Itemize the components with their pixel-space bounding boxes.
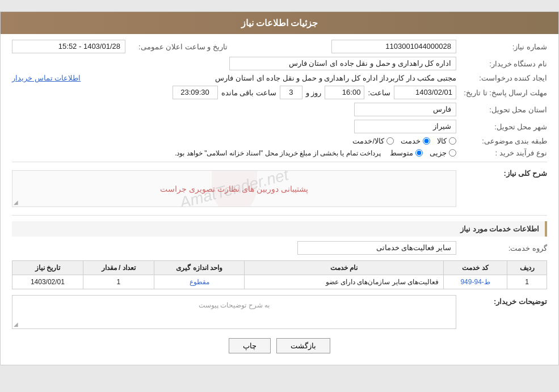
- city-value: شیراز: [354, 120, 456, 133]
- radio-kala-label: کالا: [437, 137, 447, 145]
- need-number-label: شماره نیاز:: [456, 43, 547, 51]
- deadline-days-label: روز و: [306, 88, 322, 97]
- col-service-code: کد خدمت: [443, 261, 507, 275]
- category-row: طبقه بندی موضوعی: کالا خدمت کالا/خدمت: [12, 137, 547, 145]
- deadline-row: مهلت ارسال پاسخ: تا تاریخ: 1403/02/01 سا…: [12, 86, 547, 99]
- category-radio-group: کالا خدمت کالا/خدمت: [352, 137, 456, 145]
- col-quantity: تعداد / مقدار: [83, 261, 154, 275]
- city-label: شهر محل تحویل:: [456, 123, 547, 131]
- purchase-type-radio-group: جزیی متوسط: [390, 149, 456, 157]
- radio-kala-input[interactable]: [449, 137, 456, 145]
- category-label: طبقه بندی موضوعی:: [456, 137, 547, 145]
- creator-label: ایجاد کننده درخواست:: [456, 74, 547, 82]
- province-row: استان محل تحویل: فارس: [12, 103, 547, 116]
- description-placeholder: پشتیبانی دوربین های نظارت تصویری جراست: [160, 184, 308, 193]
- radio-kala-khadamat-input[interactable]: [386, 137, 394, 145]
- buttons-row: بازگشت چاپ: [12, 338, 547, 353]
- description-box: AmatTender.net پشتیبانی دوربین های نظارت…: [12, 170, 456, 207]
- back-button[interactable]: بازگشت: [276, 338, 330, 353]
- org-value: اداره کل راهداری و حمل و نقل جاده ای است…: [229, 57, 456, 70]
- need-number-row: شماره نیاز: 1103001044000028 تاریخ و ساع…: [12, 40, 547, 53]
- services-table-section: ردیف کد خدمت نام خدمت واحد اندازه گیری ت…: [12, 260, 547, 289]
- description-container: AmatTender.net پشتیبانی دوربین های نظارت…: [12, 167, 456, 210]
- service-group-label: گروه خدمت:: [456, 244, 547, 252]
- radio-mottaset: متوسط: [390, 149, 423, 157]
- cell-row-num: 1: [507, 275, 547, 289]
- service-group-row: گروه خدمت: سایر فعالیت‌های خدماتی: [12, 241, 547, 255]
- table-row: 1 ط-94-949 فعالیت‌های سایر سازمان‌های دا…: [12, 275, 547, 289]
- radio-mottaset-input[interactable]: [415, 149, 423, 157]
- deadline-time: 16:00: [325, 86, 364, 99]
- services-section-title: اطلاعات خدمات مورد نیاز: [12, 221, 547, 237]
- deadline-days: 3: [280, 86, 302, 99]
- org-label: نام دستگاه خریدار:: [456, 60, 547, 68]
- divider-1: [12, 162, 547, 162]
- province-label: استان محل تحویل:: [456, 106, 547, 114]
- radio-kala-khadamat: کالا/خدمت: [352, 137, 394, 145]
- radio-jozyi: جزیی: [430, 149, 456, 157]
- page-wrapper: جزئیات اطلاعات نیاز شماره نیاز: 11030010…: [0, 11, 559, 365]
- city-row: شهر محل تحویل: شیراز: [12, 120, 547, 133]
- radio-mottaset-label: متوسط: [390, 149, 413, 157]
- buyer-desc-container: به شرح توضیحات پیوست ◢: [12, 295, 456, 329]
- deadline-time-label: ساعت:: [368, 88, 390, 97]
- date-value: 1403/01/28 - 15:52: [12, 40, 125, 53]
- deadline-remaining-label: ساعت باقی مانده: [221, 88, 276, 97]
- cell-service-code: ط-94-949: [443, 275, 507, 289]
- buyer-desc-resize-icon: ◢: [14, 321, 18, 327]
- print-button[interactable]: چاپ: [229, 338, 271, 353]
- buyer-desc-row: توضیحات خریدار: به شرح توضیحات پیوست ◢: [12, 295, 547, 329]
- radio-khadamat: خدمت: [401, 137, 430, 145]
- purchase-type-label: نوع فرآیند خرید :: [456, 149, 547, 157]
- radio-kala: کالا: [437, 137, 456, 145]
- radio-khadamat-input[interactable]: [423, 137, 430, 145]
- cell-quantity: 1: [83, 275, 154, 289]
- col-unit: واحد اندازه گیری: [154, 261, 245, 275]
- org-row: نام دستگاه خریدار: اداره کل راهداری و حم…: [12, 57, 547, 70]
- creator-row: ایجاد کننده درخواست: مجتبی مکتب دار کارب…: [12, 74, 547, 82]
- cell-date: 1403/02/01: [12, 275, 83, 289]
- deadline-remaining: 23:09:30: [173, 86, 218, 99]
- deadline-label: مهلت ارسال پاسخ: تا تاریخ:: [456, 88, 547, 97]
- cell-service-name: فعالیت‌های سایر سازمان‌های دارای عضو: [245, 275, 443, 289]
- deadline-date: 1403/02/01: [394, 86, 456, 99]
- purchase-type-note: پرداخت تمام یا بخشی از مبلغ خریداز محل "…: [175, 149, 381, 157]
- page-header: جزئیات اطلاعات نیاز: [1, 12, 558, 34]
- content-area: شماره نیاز: 1103001044000028 تاریخ و ساع…: [1, 34, 558, 365]
- radio-khadamat-label: خدمت: [401, 137, 421, 145]
- table-header-row: ردیف کد خدمت نام خدمت واحد اندازه گیری ت…: [12, 261, 547, 275]
- buyer-desc-box: به شرح توضیحات پیوست ◢: [12, 295, 456, 329]
- province-value: فارس: [354, 103, 456, 116]
- description-section-title: شرح کلی نیاز:: [456, 167, 547, 178]
- need-number-value: 1103001044000028: [331, 40, 456, 53]
- description-row: شرح کلی نیاز: AmatTender.net پشتیبانی دو…: [12, 167, 547, 210]
- buyer-desc-placeholder: به شرح توضیحات پیوست: [15, 298, 453, 309]
- service-group-value: سایر فعالیت‌های خدماتی: [297, 241, 456, 255]
- col-date: تاریخ نیاز: [12, 261, 83, 275]
- cell-unit: مقطوع: [154, 275, 245, 289]
- date-label: تاریخ و ساعت اعلان عمومی:: [125, 43, 228, 51]
- col-row-num: ردیف: [507, 261, 547, 275]
- resize-icon: ◢: [14, 199, 18, 205]
- creator-value: مجتبی مکتب دار کاربرداز اداره کل راهداری…: [86, 74, 456, 82]
- services-table: ردیف کد خدمت نام خدمت واحد اندازه گیری ت…: [12, 260, 547, 289]
- page-title: جزئیات اطلاعات نیاز: [241, 18, 318, 28]
- col-service-name: نام خدمت: [245, 261, 443, 275]
- contact-link[interactable]: اطلاعات تماس خریدار: [12, 74, 81, 82]
- purchase-type-row: نوع فرآیند خرید : جزیی متوسط پرداخت تمام…: [12, 149, 547, 157]
- buyer-desc-label: توضیحات خریدار:: [456, 295, 547, 306]
- radio-kala-khadamat-label: کالا/خدمت: [352, 137, 384, 145]
- divider-2: [12, 215, 547, 216]
- radio-jozyi-input[interactable]: [449, 149, 456, 157]
- radio-jozyi-label: جزیی: [430, 149, 447, 157]
